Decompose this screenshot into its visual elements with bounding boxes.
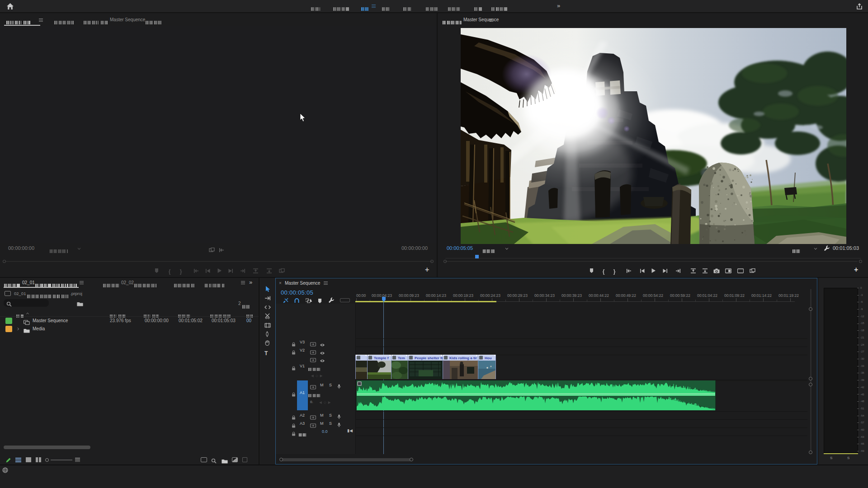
svg-text:People shelter fr: People shelter fr <box>415 356 443 360</box>
svg-text:Tem: Tem <box>398 356 405 360</box>
svg-text:Temple f: Temple f <box>374 356 389 360</box>
svg-text:Hou: Hou <box>485 356 492 360</box>
svg-text:Kids rolling a tir: Kids rolling a tir <box>449 356 477 360</box>
